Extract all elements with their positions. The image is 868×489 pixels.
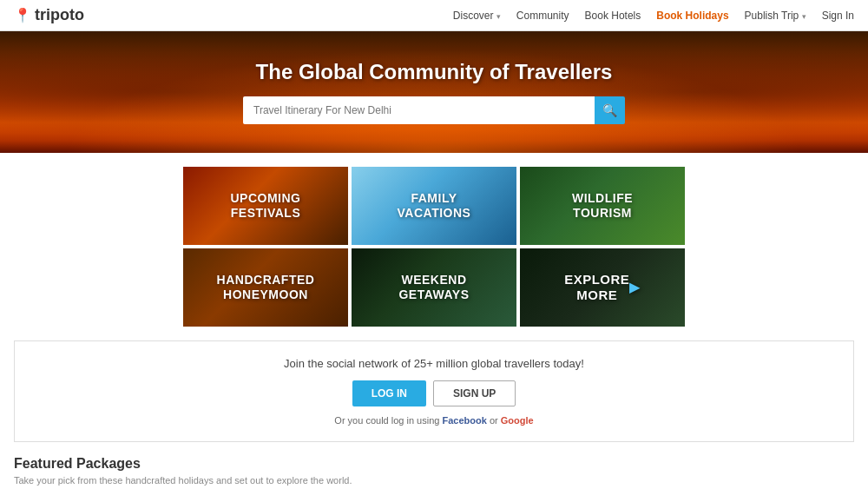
nav-book-hotels[interactable]: Book Hotels — [585, 10, 641, 22]
family-label: FAMILYVACATIONS — [352, 167, 516, 245]
publish-dropdown-icon: ▾ — [802, 12, 806, 21]
category-explore-more[interactable]: EXPLOREMORE ▶ — [520, 248, 685, 327]
explore-label: EXPLOREMORE ▶ — [520, 248, 685, 327]
join-section: Join the social network of 25+ million g… — [14, 340, 854, 442]
category-upcoming-festivals[interactable]: UPCOMINGFESTIVALS — [183, 167, 348, 245]
nav-publish-trip[interactable]: Publish Trip ▾ — [745, 10, 806, 22]
navbar: 📍 tripoto Discover ▾ Community Book Hote… — [0, 0, 868, 31]
category-weekend-getaways[interactable]: WEEKENDGETAWAYS — [352, 248, 516, 327]
featured-title: Featured Packages — [14, 456, 854, 472]
google-login-link[interactable]: Google — [501, 415, 534, 426]
category-honeymoon[interactable]: HANDCRAFTEDHONEYMOON — [183, 248, 348, 327]
signup-button[interactable]: SIGN UP — [433, 380, 516, 406]
category-wildlife-tourism[interactable]: WILDLIFETOURISM — [520, 167, 685, 245]
nav-community[interactable]: Community — [516, 10, 569, 22]
category-family-vacations[interactable]: FAMILYVACATIONS — [352, 167, 516, 245]
honeymoon-label: HANDCRAFTEDHONEYMOON — [183, 248, 348, 327]
login-button[interactable]: LOG IN — [352, 380, 426, 406]
join-buttons: LOG IN SIGN UP — [30, 380, 838, 406]
search-button[interactable]: 🔍 — [595, 96, 625, 124]
featured-section: Featured Packages Take your pick from th… — [0, 456, 868, 489]
join-text: Join the social network of 25+ million g… — [30, 357, 838, 370]
discover-dropdown-icon: ▾ — [496, 12, 501, 21]
festivals-label: UPCOMINGFESTIVALS — [183, 167, 348, 245]
hero-search-bar: 🔍 — [243, 96, 625, 124]
search-icon: 🔍 — [602, 103, 617, 117]
explore-arrow-icon: ▶ — [629, 280, 641, 295]
featured-subtitle: Take your pick from these handcrafted ho… — [14, 475, 854, 486]
category-grid: UPCOMINGFESTIVALS FAMILYVACATIONS WILDLI… — [0, 167, 868, 327]
logo-text: tripoto — [35, 6, 84, 24]
weekend-label: WEEKENDGETAWAYS — [352, 248, 516, 327]
wildlife-label: WILDLIFETOURISM — [520, 167, 685, 245]
facebook-login-link[interactable]: Facebook — [442, 415, 486, 426]
hero-section: The Global Community of Travellers 🔍 — [0, 31, 868, 153]
nav-book-holidays[interactable]: Book Holidays — [656, 10, 728, 22]
main-content: UPCOMINGFESTIVALS FAMILYVACATIONS WILDLI… — [0, 153, 868, 489]
nav-sign-in[interactable]: Sign In — [822, 10, 854, 22]
logo[interactable]: 📍 tripoto — [14, 6, 84, 24]
logo-pin-icon: 📍 — [14, 7, 31, 23]
join-social-links: Or you could log in using Facebook or Go… — [30, 415, 838, 426]
nav-discover[interactable]: Discover ▾ — [453, 10, 501, 22]
hero-title: The Global Community of Travellers — [256, 60, 613, 84]
search-input[interactable] — [243, 96, 595, 124]
nav-links: Discover ▾ Community Book Hotels Book Ho… — [453, 10, 854, 22]
